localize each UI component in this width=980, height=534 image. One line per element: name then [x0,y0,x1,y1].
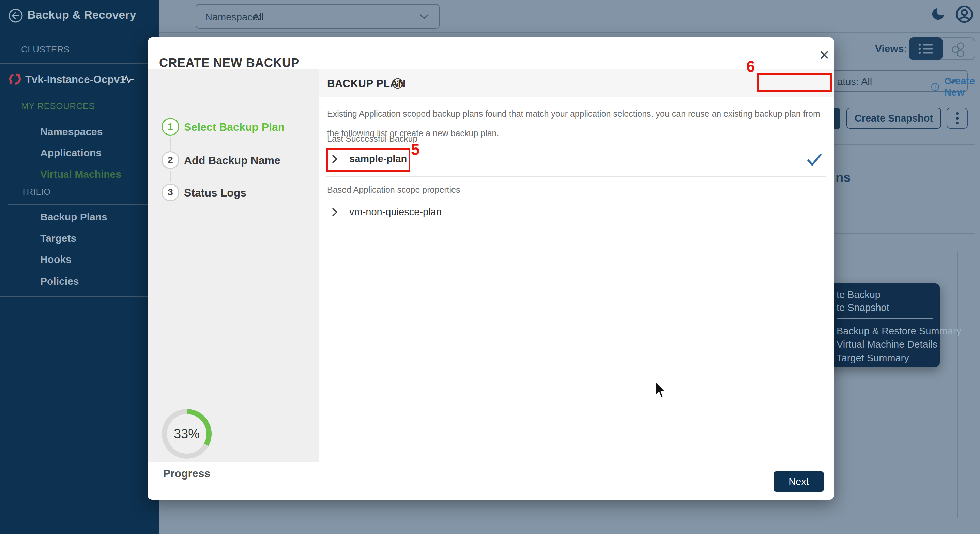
divider [326,176,826,177]
step-1-label: Select Backup Plan [184,121,285,134]
progress-percent: 33% [167,414,207,454]
plan-name: vm-non-quiesce-plan [349,207,442,218]
checkmark-icon [806,152,823,168]
divider [0,93,159,93]
chevron-right-icon [332,154,338,164]
create-new-button[interactable]: Create New [931,76,979,98]
sidebar-item-backup-plans[interactable]: Backup Plans [40,211,107,223]
create-new-backup-dialog: CREATE NEW BACKUP ✕ 1 Select Backup Plan… [148,37,834,500]
divider [8,204,159,205]
based-scope-label: Based Application scope properties [327,185,460,195]
backup-plan-header-band: BACKUP PLAN Create New [319,69,834,97]
step-2-label: Add Backup Name [184,154,280,167]
divider [0,33,159,33]
trilio-logo-icon [8,72,22,86]
plus-circle-icon [931,80,939,93]
next-button[interactable]: Next [773,471,824,492]
progress-label: Progress [162,467,212,480]
menu-item-target-summary[interactable]: Target Summary [837,353,909,364]
annotation-number-6: 6 [746,57,755,76]
menu-item-create-snapshot[interactable]: te Snapshot [837,302,889,313]
divider [0,296,159,297]
step-3-circle: 3 [162,184,179,201]
step-1-circle: 1 [162,118,179,135]
sidebar-item-policies[interactable]: Policies [40,275,79,287]
divider [8,119,159,119]
plan-row-sample-plan[interactable]: sample-plan [332,153,407,164]
last-successful-backup-label: Last Successful Backup [327,134,417,144]
step-connector [170,137,171,151]
sidebar-item-namespaces[interactable]: Namespaces [40,126,103,138]
back-arrow-icon[interactable] [8,8,23,23]
divider [0,64,159,64]
activity-pulse-icon[interactable] [121,73,134,85]
clusters-header: CLUSTERS [21,44,70,55]
menu-item-virtual-machine-details[interactable]: Virtual Machine Details [837,339,937,350]
dialog-title: CREATE NEW BACKUP [159,56,299,70]
trilio-header: TRILIO [21,187,51,197]
info-icon[interactable] [392,78,403,89]
sidebar: Backup & Recovery CLUSTERS Tvk-Instance-… [0,0,159,534]
sidebar-item-virtual-machines[interactable]: Virtual Machines [40,168,121,180]
sidebar-item-hooks[interactable]: Hooks [40,254,72,265]
mouse-cursor [654,381,667,400]
chevron-right-icon [332,207,338,217]
step-connector [170,171,171,182]
close-button[interactable]: ✕ [815,46,834,65]
my-resources-header: MY RESOURCES [21,101,95,111]
sidebar-item-applications[interactable]: Applications [40,147,102,159]
next-label: Next [789,476,809,487]
annotation-number-5: 5 [411,140,420,159]
menu-item-create-backup[interactable]: te Backup [837,289,880,300]
stepper-panel: 1 Select Backup Plan 2 Add Backup Name 3… [148,69,319,462]
menu-item-backup-restore-summary[interactable]: Backup & Restore Summary [837,326,961,337]
step-3-label: Status Logs [184,187,247,199]
progress-ring: 33% [162,409,212,459]
close-icon: ✕ [819,48,830,63]
sidebar-item-targets[interactable]: Targets [40,233,76,244]
plan-name: sample-plan [349,153,407,164]
step-2-circle: 2 [162,151,179,169]
divider [837,318,933,319]
create-new-label: Create New [944,76,979,98]
app-title: Backup & Recovery [27,8,136,21]
cluster-name[interactable]: Tvk-Instance-Ocpv1 [25,73,126,86]
plan-row-vm-non-quiesce-plan[interactable]: vm-non-quiesce-plan [332,207,442,218]
